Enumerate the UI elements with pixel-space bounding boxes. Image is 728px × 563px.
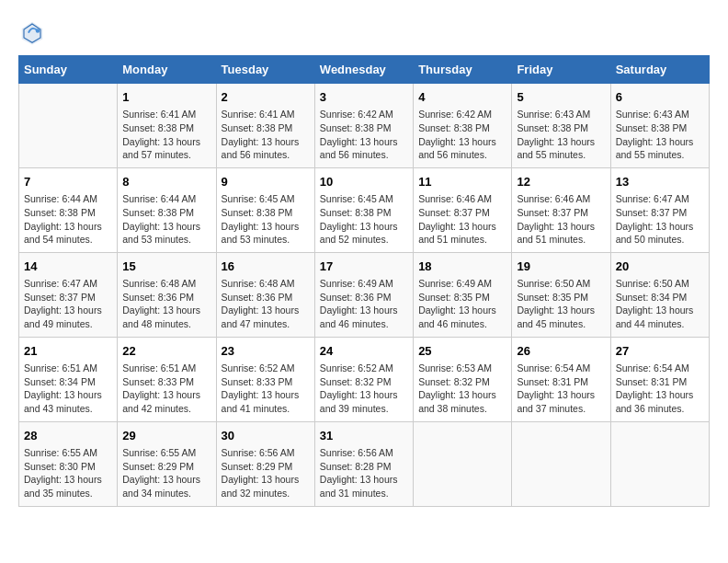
day-number: 30	[222, 428, 310, 444]
calendar-week-5: 28Sunrise: 6:55 AM Sunset: 8:30 PM Dayli…	[19, 421, 710, 506]
day-number: 22	[122, 343, 210, 360]
calendar-cell: 13Sunrise: 6:47 AM Sunset: 8:37 PM Dayli…	[610, 167, 709, 252]
cell-content: Sunrise: 6:50 AM Sunset: 8:35 PM Dayligh…	[517, 277, 605, 331]
calendar-cell: 4Sunrise: 6:42 AM Sunset: 8:38 PM Daylig…	[414, 84, 512, 168]
cell-content: Sunrise: 6:48 AM Sunset: 8:36 PM Dayligh…	[222, 277, 310, 331]
day-number: 19	[517, 259, 605, 275]
cell-content: Sunrise: 6:45 AM Sunset: 8:38 PM Dayligh…	[222, 192, 310, 247]
day-number: 15	[122, 259, 210, 275]
day-number: 5	[517, 89, 605, 106]
col-header-tuesday: Tuesday	[216, 56, 314, 84]
day-number: 3	[320, 89, 408, 106]
calendar-cell: 19Sunrise: 6:50 AM Sunset: 8:35 PM Dayli…	[512, 252, 610, 337]
calendar-cell: 10Sunrise: 6:45 AM Sunset: 8:38 PM Dayli…	[314, 167, 413, 252]
calendar-week-4: 21Sunrise: 6:51 AM Sunset: 8:34 PM Dayli…	[19, 337, 710, 421]
calendar-week-3: 14Sunrise: 6:47 AM Sunset: 8:37 PM Dayli…	[19, 252, 710, 337]
day-number: 26	[517, 343, 605, 360]
calendar-cell: 25Sunrise: 6:53 AM Sunset: 8:32 PM Dayli…	[414, 337, 512, 421]
col-header-wednesday: Wednesday	[314, 56, 413, 84]
calendar-cell: 21Sunrise: 6:51 AM Sunset: 8:34 PM Dayli…	[19, 337, 118, 421]
col-header-thursday: Thursday	[414, 56, 512, 84]
cell-content: Sunrise: 6:41 AM Sunset: 8:38 PM Dayligh…	[222, 108, 310, 162]
cell-content: Sunrise: 6:55 AM Sunset: 8:29 PM Dayligh…	[122, 446, 210, 500]
calendar-cell: 3Sunrise: 6:42 AM Sunset: 8:38 PM Daylig…	[314, 84, 413, 168]
svg-point-2	[36, 29, 40, 33]
calendar-cell: 30Sunrise: 6:56 AM Sunset: 8:29 PM Dayli…	[216, 421, 314, 506]
calendar-cell: 6Sunrise: 6:43 AM Sunset: 8:38 PM Daylig…	[610, 84, 709, 168]
calendar-cell: 24Sunrise: 6:52 AM Sunset: 8:32 PM Dayli…	[314, 337, 413, 421]
day-number: 23	[222, 343, 310, 360]
calendar-cell: 11Sunrise: 6:46 AM Sunset: 8:37 PM Dayli…	[414, 167, 512, 252]
day-number: 14	[24, 259, 112, 275]
calendar-cell	[19, 84, 118, 168]
calendar-cell	[414, 421, 512, 506]
calendar-cell: 5Sunrise: 6:43 AM Sunset: 8:38 PM Daylig…	[512, 84, 610, 168]
calendar-cell: 8Sunrise: 6:44 AM Sunset: 8:38 PM Daylig…	[118, 167, 216, 252]
day-number: 24	[320, 343, 408, 360]
day-number: 2	[222, 89, 310, 106]
day-number: 20	[616, 259, 704, 275]
cell-content: Sunrise: 6:47 AM Sunset: 8:37 PM Dayligh…	[24, 277, 112, 331]
day-number: 13	[616, 174, 704, 190]
cell-content: Sunrise: 6:43 AM Sunset: 8:38 PM Dayligh…	[517, 108, 605, 162]
cell-content: Sunrise: 6:56 AM Sunset: 8:28 PM Dayligh…	[320, 446, 408, 500]
day-number: 10	[320, 174, 408, 190]
cell-content: Sunrise: 6:44 AM Sunset: 8:38 PM Dayligh…	[122, 192, 210, 247]
calendar-cell: 14Sunrise: 6:47 AM Sunset: 8:37 PM Dayli…	[19, 252, 118, 337]
calendar-cell: 9Sunrise: 6:45 AM Sunset: 8:38 PM Daylig…	[216, 167, 314, 252]
day-number: 17	[320, 259, 408, 275]
calendar-cell: 12Sunrise: 6:46 AM Sunset: 8:37 PM Dayli…	[512, 167, 610, 252]
cell-content: Sunrise: 6:41 AM Sunset: 8:38 PM Dayligh…	[122, 108, 210, 162]
day-number: 8	[122, 174, 210, 190]
cell-content: Sunrise: 6:51 AM Sunset: 8:34 PM Dayligh…	[24, 362, 112, 416]
cell-content: Sunrise: 6:49 AM Sunset: 8:36 PM Dayligh…	[320, 277, 408, 331]
calendar-cell: 17Sunrise: 6:49 AM Sunset: 8:36 PM Dayli…	[314, 252, 413, 337]
logo-icon	[18, 18, 46, 46]
calendar-cell: 15Sunrise: 6:48 AM Sunset: 8:36 PM Dayli…	[118, 252, 216, 337]
calendar-week-2: 7Sunrise: 6:44 AM Sunset: 8:38 PM Daylig…	[19, 167, 710, 252]
col-header-monday: Monday	[118, 56, 216, 84]
day-number: 6	[616, 89, 704, 106]
calendar-cell	[610, 421, 709, 506]
calendar-cell: 26Sunrise: 6:54 AM Sunset: 8:31 PM Dayli…	[512, 337, 610, 421]
day-number: 21	[24, 343, 112, 360]
day-number: 7	[24, 174, 112, 190]
day-number: 4	[418, 89, 506, 106]
day-number: 9	[222, 174, 310, 190]
calendar-cell	[512, 421, 610, 506]
header	[18, 18, 710, 46]
col-header-friday: Friday	[512, 56, 610, 84]
day-number: 27	[616, 343, 704, 360]
cell-content: Sunrise: 6:43 AM Sunset: 8:38 PM Dayligh…	[616, 108, 704, 162]
cell-content: Sunrise: 6:50 AM Sunset: 8:34 PM Dayligh…	[616, 277, 704, 331]
cell-content: Sunrise: 6:49 AM Sunset: 8:35 PM Dayligh…	[418, 277, 506, 331]
day-number: 18	[418, 259, 506, 275]
day-number: 31	[320, 428, 408, 444]
calendar-cell: 29Sunrise: 6:55 AM Sunset: 8:29 PM Dayli…	[118, 421, 216, 506]
calendar-week-1: 1Sunrise: 6:41 AM Sunset: 8:38 PM Daylig…	[19, 84, 710, 168]
cell-content: Sunrise: 6:55 AM Sunset: 8:30 PM Dayligh…	[24, 446, 112, 500]
cell-content: Sunrise: 6:52 AM Sunset: 8:33 PM Dayligh…	[222, 362, 310, 416]
cell-content: Sunrise: 6:54 AM Sunset: 8:31 PM Dayligh…	[517, 362, 605, 416]
day-number: 16	[222, 259, 310, 275]
logo	[18, 18, 50, 46]
calendar-cell: 1Sunrise: 6:41 AM Sunset: 8:38 PM Daylig…	[118, 84, 216, 168]
calendar-cell: 23Sunrise: 6:52 AM Sunset: 8:33 PM Dayli…	[216, 337, 314, 421]
cell-content: Sunrise: 6:51 AM Sunset: 8:33 PM Dayligh…	[122, 362, 210, 416]
col-header-saturday: Saturday	[610, 56, 709, 84]
calendar-cell: 28Sunrise: 6:55 AM Sunset: 8:30 PM Dayli…	[19, 421, 118, 506]
day-number: 11	[418, 174, 506, 190]
cell-content: Sunrise: 6:52 AM Sunset: 8:32 PM Dayligh…	[320, 362, 408, 416]
cell-content: Sunrise: 6:46 AM Sunset: 8:37 PM Dayligh…	[418, 192, 506, 247]
svg-marker-0	[22, 22, 43, 45]
cell-content: Sunrise: 6:47 AM Sunset: 8:37 PM Dayligh…	[616, 192, 704, 247]
cell-content: Sunrise: 6:56 AM Sunset: 8:29 PM Dayligh…	[222, 446, 310, 500]
calendar-cell: 22Sunrise: 6:51 AM Sunset: 8:33 PM Dayli…	[118, 337, 216, 421]
day-number: 12	[517, 174, 605, 190]
calendar-table: SundayMondayTuesdayWednesdayThursdayFrid…	[18, 55, 710, 507]
cell-content: Sunrise: 6:42 AM Sunset: 8:38 PM Dayligh…	[320, 108, 408, 162]
calendar-cell: 31Sunrise: 6:56 AM Sunset: 8:28 PM Dayli…	[314, 421, 413, 506]
calendar-cell: 16Sunrise: 6:48 AM Sunset: 8:36 PM Dayli…	[216, 252, 314, 337]
cell-content: Sunrise: 6:42 AM Sunset: 8:38 PM Dayligh…	[418, 108, 506, 162]
calendar-cell: 2Sunrise: 6:41 AM Sunset: 8:38 PM Daylig…	[216, 84, 314, 168]
